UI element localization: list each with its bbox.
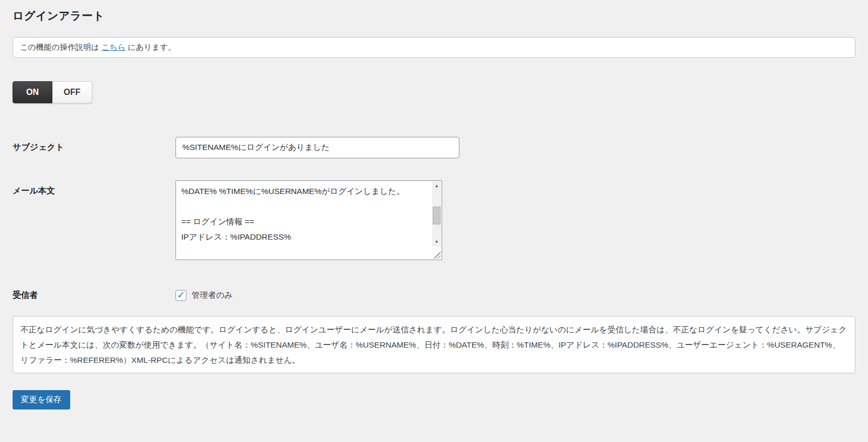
scroll-up-icon[interactable]: ▲ (432, 182, 441, 190)
subject-label: サブジェクト (13, 142, 175, 153)
help-notice: この機能の操作説明は こちら にあります。 (13, 37, 855, 58)
toggle-on-button[interactable]: ON (13, 81, 52, 103)
toggle-off-button[interactable]: OFF (52, 81, 92, 103)
help-notice-prefix: この機能の操作説明は (20, 42, 102, 51)
scrollbar-thumb[interactable] (433, 207, 441, 224)
recipient-checkbox[interactable]: ✓ (175, 290, 186, 301)
subject-row: サブジェクト (13, 137, 855, 158)
subject-input[interactable] (175, 137, 459, 158)
save-button[interactable]: 変更を保存 (13, 390, 70, 409)
page-title: ログインアラート (13, 7, 855, 23)
feature-toggle: ON OFF (13, 81, 92, 103)
recipient-checkbox-option[interactable]: ✓ 管理者のみ (175, 290, 233, 301)
scroll-down-icon[interactable]: ▼ (432, 238, 441, 246)
mail-body-text[interactable]: %DATE% %TIME%に%USERNAME%がログインしました。 == ログ… (176, 181, 442, 260)
check-icon: ✓ (177, 290, 185, 300)
help-link[interactable]: こちら (102, 42, 126, 51)
recipient-label: 受信者 (13, 290, 175, 301)
recipient-checkbox-text: 管理者のみ (192, 290, 233, 301)
mail-body-label: メール本文 (13, 180, 175, 260)
feature-description: 不正なログインに気づきやすくするための機能です。ログインすると、ログインユーザー… (13, 316, 855, 373)
textarea-scrollbar[interactable]: ▲ ▼ (432, 181, 441, 246)
admin-page-body: { "header": { "title": "ログインアラート" }, "no… (0, 0, 868, 442)
login-alert-settings-page: ログインアラート この機能の操作説明は こちら にあります。 ON OFF サブ… (0, 0, 868, 409)
mail-body-row: メール本文 %DATE% %TIME%に%USERNAME%がログインしました。… (13, 180, 855, 260)
mail-body-textarea[interactable]: %DATE% %TIME%に%USERNAME%がログインしました。 == ログ… (175, 180, 442, 260)
recipient-row: 受信者 ✓ 管理者のみ (13, 290, 855, 301)
help-notice-suffix: にあります。 (126, 42, 176, 51)
